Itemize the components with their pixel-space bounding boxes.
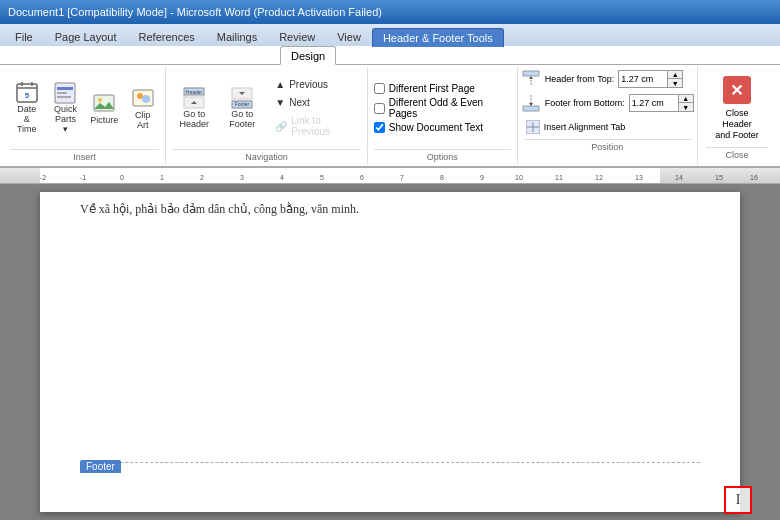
previous-button[interactable]: ▲ Previous <box>268 77 361 92</box>
ruler: -2 -1 0 1 2 3 4 5 6 7 8 9 10 11 12 13 14… <box>0 168 780 184</box>
group-position: Header from Top: ▲ ▼ Foo <box>518 67 698 164</box>
group-insert-label: Insert <box>10 149 159 162</box>
quickparts-label: QuickParts ▾ <box>52 105 79 135</box>
header-spin-arrows: ▲ ▼ <box>667 71 682 87</box>
footer-spin-input[interactable]: ▲ ▼ <box>629 94 694 112</box>
footer-from-bottom-label: Footer from Bottom: <box>545 98 625 108</box>
insert-alignment-tab-label: Insert Alignment Tab <box>544 122 625 132</box>
show-doc-text-checkbox[interactable] <box>374 122 385 133</box>
insert-alignment-tab-button[interactable]: Insert Alignment Tab <box>521 117 694 137</box>
tab-file[interactable]: File <box>4 27 44 46</box>
footer-spin-down[interactable]: ▼ <box>679 103 693 111</box>
options-items: Different First Page Different Odd & Eve… <box>374 69 511 147</box>
tab-mailings[interactable]: Mailings <box>206 27 268 46</box>
clipart-label: ClipArt <box>135 110 151 130</box>
ribbon-content: 5 Date &Time QuickParts ▾ <box>0 65 780 168</box>
picture-label: Picture <box>90 115 118 125</box>
datetime-label: Date &Time <box>14 105 40 135</box>
alignment-tab-icon <box>526 120 540 134</box>
svg-point-12 <box>137 93 143 99</box>
clipart-button[interactable]: ClipArt <box>125 83 161 133</box>
header-value-input[interactable] <box>619 73 667 85</box>
header-spin-down[interactable]: ▼ <box>668 79 682 87</box>
position-items: Header from Top: ▲ ▼ Foo <box>521 69 694 137</box>
footer-position-icon <box>521 93 541 113</box>
gotofooter-button[interactable]: Footer Go toFooter <box>220 83 264 133</box>
quickparts-icon <box>53 81 77 105</box>
svg-rect-7 <box>57 92 67 94</box>
page: Về xã hội, phải bảo đảm dân chủ, công bằ… <box>40 192 740 512</box>
gotofooter-icon: Footer <box>230 86 254 110</box>
close-x-icon: ✕ <box>723 76 751 104</box>
clipart-icon <box>131 86 155 110</box>
title-bar: Document1 [Compatibility Mode] - Microso… <box>0 0 780 24</box>
datetime-button[interactable]: 5 Date &Time <box>9 78 45 138</box>
cursor-symbol: I <box>736 492 741 508</box>
footer-label: Footer <box>80 460 121 473</box>
tab-row: File Page Layout References Mailings Rev… <box>0 24 780 46</box>
gotoheader-label: Go toHeader <box>179 110 209 130</box>
insert-buttons: 5 Date &Time QuickParts ▾ <box>9 69 161 147</box>
header-from-top-row: Header from Top: ▲ ▼ <box>521 69 694 89</box>
show-doc-text-label: Show Document Text <box>389 122 483 133</box>
next-button[interactable]: ▼ Next <box>268 95 361 110</box>
close-header-footer-button[interactable]: ✕ Close Headerand Footer <box>706 71 768 145</box>
footer-from-bottom-row: Footer from Bottom: ▲ ▼ <box>521 93 694 113</box>
different-odd-even-item[interactable]: Different Odd & Even Pages <box>374 97 511 119</box>
svg-rect-22 <box>523 71 539 76</box>
svg-marker-24 <box>529 76 533 79</box>
svg-marker-27 <box>529 103 533 106</box>
tab-headerfootertools[interactable]: Header & Footer Tools <box>372 28 504 47</box>
group-close-label: Close <box>706 147 768 160</box>
different-odd-even-label: Different Odd & Even Pages <box>389 97 511 119</box>
footer-area[interactable]: Footer <box>40 462 740 502</box>
picture-button[interactable]: Picture <box>86 88 123 128</box>
previous-icon: ▲ <box>275 79 285 90</box>
svg-rect-25 <box>523 106 539 111</box>
tab-design[interactable]: Design <box>280 46 336 65</box>
different-odd-even-checkbox[interactable] <box>374 103 385 114</box>
group-navigation-label: Navigation <box>172 149 361 162</box>
footer-spin-up[interactable]: ▲ <box>679 95 693 103</box>
different-first-checkbox[interactable] <box>374 83 385 94</box>
tab-references[interactable]: References <box>128 27 206 46</box>
group-insert: 5 Date &Time QuickParts ▾ <box>4 67 166 164</box>
footer-content[interactable] <box>80 462 700 502</box>
tab-pagelayout[interactable]: Page Layout <box>44 27 128 46</box>
gotoheader-button[interactable]: Header Go toHeader <box>172 83 216 133</box>
group-options: Different First Page Different Odd & Eve… <box>368 67 518 164</box>
svg-text:5: 5 <box>24 91 29 100</box>
header-spin-input[interactable]: ▲ ▼ <box>618 70 683 88</box>
datetime-icon: 5 <box>15 81 39 105</box>
close-header-footer-label: Close Headerand Footer <box>711 108 763 140</box>
different-first-item[interactable]: Different First Page <box>374 83 511 94</box>
svg-point-10 <box>98 98 102 102</box>
different-first-label: Different First Page <box>389 83 475 94</box>
cursor-indicator: I <box>724 486 752 514</box>
footer-value-input[interactable] <box>630 97 678 109</box>
quickparts-button[interactable]: QuickParts ▾ <box>47 78 84 138</box>
svg-text:Header: Header <box>186 89 203 95</box>
svg-text:Footer: Footer <box>235 101 250 107</box>
group-navigation: Header Go toHeader Footer <box>166 67 368 164</box>
linktoprevious-label: Link to Previous <box>291 115 354 137</box>
gotofooter-label: Go toFooter <box>229 110 255 130</box>
document-text[interactable]: Về xã hội, phải bảo đảm dân chủ, công bằ… <box>40 192 740 226</box>
header-position-icon <box>521 69 541 89</box>
picture-icon <box>92 91 116 115</box>
svg-rect-8 <box>57 96 71 98</box>
svg-point-13 <box>142 95 150 103</box>
linktoprevious-button[interactable]: 🔗 Link to Previous <box>268 113 361 139</box>
tab-view[interactable]: View <box>326 27 372 46</box>
footer-spin-arrows: ▲ ▼ <box>678 95 693 111</box>
svg-rect-6 <box>57 87 73 90</box>
doc-content: Về xã hội, phải bảo đảm dân chủ, công bằ… <box>80 202 359 216</box>
header-spin-up[interactable]: ▲ <box>668 71 682 79</box>
next-label: Next <box>289 97 310 108</box>
group-options-label: Options <box>374 149 511 162</box>
group-close: ✕ Close Headerand Footer Close <box>698 67 776 164</box>
show-doc-text-item[interactable]: Show Document Text <box>374 122 511 133</box>
tab-review[interactable]: Review <box>268 27 326 46</box>
next-icon: ▼ <box>275 97 285 108</box>
doc-area: Về xã hội, phải bảo đảm dân chủ, công bằ… <box>0 184 780 520</box>
